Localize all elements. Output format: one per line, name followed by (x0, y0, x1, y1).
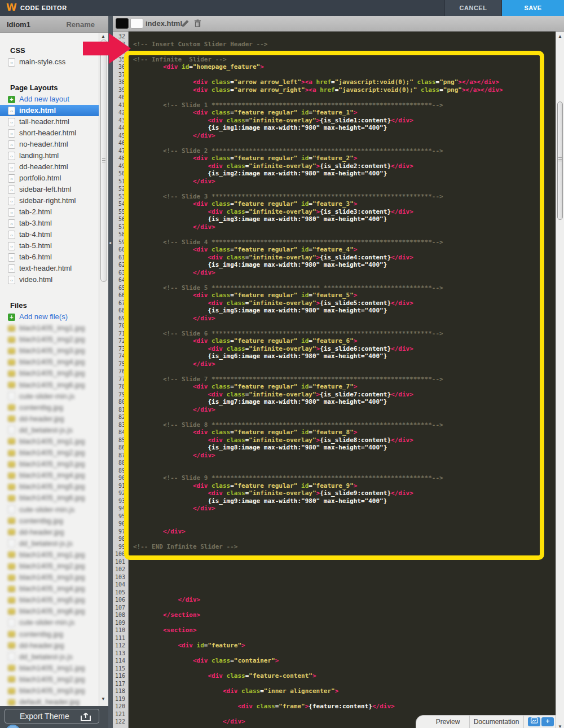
css-file-item[interactable]: ‹›main-style.css (0, 56, 99, 68)
code-line: 102 (113, 566, 556, 573)
code-editor-area[interactable]: 3233<!-- Insert Custom Slider Header -->… (113, 32, 556, 728)
export-theme-button[interactable]: Export Theme (5, 709, 99, 723)
jpg-file-icon (8, 348, 15, 354)
asset-file-item[interactable]: blach1405_img6.jpg (0, 379, 99, 390)
layout-item[interactable]: ‹›tab-6.html (0, 252, 99, 263)
tab-documentation[interactable]: Documentation (469, 716, 524, 728)
code-line: 67 <div class="infinite-overlay">{is_sli… (113, 299, 556, 307)
asset-file-item[interactable]: blach1405_img5.jpg (0, 368, 99, 379)
asset-file-item[interactable]: blach1405_img3.jpg (0, 458, 99, 470)
asset-file-item[interactable]: contentbg.jpg (0, 629, 99, 640)
jpg-file-icon (8, 575, 15, 581)
image-window-icon (531, 717, 538, 723)
asset-file-item[interactable]: ‹›dd_betatest-js.js (0, 425, 99, 436)
layout-item[interactable]: ‹›tab-4.html (0, 229, 99, 240)
layout-item[interactable]: ‹›landing.html (0, 150, 99, 161)
line-number: 110 (113, 626, 129, 634)
edit-filename-icon[interactable] (181, 19, 190, 30)
asset-file-item[interactable]: blach1405_img3.jpg (0, 572, 99, 583)
asset-file-item[interactable]: blach1405_img4.jpg (0, 356, 99, 368)
html-file-icon: ‹› (8, 253, 15, 262)
rename-button[interactable]: Rename (66, 20, 95, 29)
tab-preview[interactable]: Preview (426, 716, 470, 728)
line-number: 65 (113, 284, 129, 292)
scroll-down-icon[interactable]: ▼ (558, 724, 562, 728)
line-number: 119 (113, 695, 129, 703)
asset-file-item[interactable]: blach1405_img1.jpg (0, 436, 99, 447)
asset-file-item[interactable]: blach1405_img4.jpg (0, 470, 99, 481)
asset-file-item[interactable]: blach1405_img1.jpg (0, 549, 99, 561)
layout-list: ‹›index.html‹›tall-header.html‹›short-he… (0, 105, 99, 285)
pane-divider[interactable]: ◂ (108, 16, 113, 728)
asset-file-item[interactable]: ‹›cute-slider-min.js (0, 504, 99, 515)
jpg-file-icon (8, 438, 15, 444)
asset-file-item[interactable]: contentbg.jpg (0, 515, 99, 527)
asset-file-item[interactable]: default_header.jpg (0, 696, 99, 706)
layout-item[interactable]: ‹›sidebar-left.html (0, 184, 99, 195)
asset-file-item-label: blach1405_img4.jpg (19, 356, 85, 368)
add-new-layout-button[interactable]: + Add new layout (0, 94, 99, 105)
scroll-up-icon[interactable]: ▲ (558, 34, 562, 39)
add-panel-button[interactable]: + (541, 717, 554, 726)
asset-file-item[interactable]: blach1405_img2.jpg (0, 674, 99, 685)
layout-item-label: no-header.html (19, 139, 68, 150)
asset-file-item[interactable]: blach1405_img6.jpg (0, 492, 99, 504)
cancel-button[interactable]: CANCEL (444, 0, 502, 16)
code-line: 111 (113, 634, 556, 642)
asset-file-item[interactable]: blach1405_img2.jpg (0, 561, 99, 572)
add-new-files-button[interactable]: + Add new file(s) (0, 311, 99, 323)
asset-file-item[interactable]: blach1405_img5.jpg (0, 481, 99, 492)
layout-item-label: text-header.html (19, 263, 72, 274)
layout-item[interactable]: ‹›no-header.html (0, 139, 99, 150)
files-section-header: Files (0, 300, 99, 311)
asset-file-item[interactable]: blach1405_img2.jpg (0, 447, 99, 458)
asset-file-item[interactable]: blach1405_img4.jpg (0, 583, 99, 594)
layout-item[interactable]: ‹›index.html (0, 105, 99, 116)
asset-file-item[interactable]: contentbg.jpg (0, 402, 99, 413)
save-button[interactable]: SAVE (502, 0, 564, 16)
layout-item[interactable]: ‹›video.html (0, 274, 99, 285)
asset-file-item[interactable]: blach1405_img6.jpg (0, 606, 99, 617)
line-number: 122 (113, 718, 129, 726)
line-number: 86 (113, 444, 129, 452)
layout-item[interactable]: ‹›sidebar-right.html (0, 195, 99, 206)
theme-swatch-white[interactable] (130, 18, 143, 29)
asset-file-item[interactable]: blach1405_img2.jpg (0, 334, 99, 345)
layout-item[interactable]: ‹›tab-3.html (0, 218, 99, 229)
delete-file-icon[interactable] (194, 19, 201, 30)
layout-item[interactable]: ‹›short-header.html (0, 127, 99, 139)
asset-file-item[interactable]: dd-header.jpg (0, 413, 99, 425)
asset-file-item[interactable]: blach1405_img1.jpg (0, 663, 99, 674)
code-line: 108 </section> (113, 611, 556, 619)
layout-item[interactable]: ‹›dd-header.html (0, 161, 99, 173)
asset-file-item[interactable]: blach1405_img3.jpg (0, 345, 99, 356)
asset-file-item[interactable]: blach1405_img5.jpg (0, 594, 99, 606)
line-number: 77 (113, 376, 129, 383)
js-file-icon: ‹› (8, 392, 15, 400)
asset-file-item[interactable]: blach1405_img1.jpg (0, 323, 99, 334)
preview-window-button[interactable] (528, 717, 540, 726)
code-line: 71 <!-- Slide 6 ************************… (113, 330, 556, 338)
asset-file-item[interactable]: ‹›dd_betatest-js.js (0, 538, 99, 549)
layout-item[interactable]: ‹›tab-2.html (0, 206, 99, 218)
code-line: 83 <!-- Slide 8 ************************… (113, 421, 556, 429)
scroll-up-icon[interactable]: ▲ (101, 34, 105, 39)
help-button-partial[interactable] (6, 725, 20, 728)
asset-file-item[interactable]: ‹›cute-slider-min.js (0, 391, 99, 402)
layout-item[interactable]: ‹›tall-header.html (0, 116, 99, 127)
layout-item[interactable]: ‹›tab-5.html (0, 240, 99, 252)
layout-item[interactable]: ‹›text-header.html (0, 263, 99, 274)
editor-scrollbar-thumb[interactable] (557, 102, 563, 220)
scroll-down-icon[interactable]: ▼ (101, 696, 105, 701)
sidebar-scrollbar[interactable]: ▲ ▼ (99, 33, 108, 706)
theme-swatch-black[interactable] (116, 18, 129, 29)
asset-file-item[interactable]: blach1405_img3.jpg (0, 685, 99, 696)
collapse-sidebar-icon[interactable]: ◂ (109, 240, 111, 245)
layout-item[interactable]: ‹›portfolio.html (0, 173, 99, 184)
editor-scrollbar[interactable]: ▲ ▼ (556, 32, 564, 728)
asset-file-item[interactable]: dd-header.jpg (0, 527, 99, 538)
asset-file-item[interactable]: ‹›cute-slider-min.js (0, 617, 99, 628)
asset-file-item[interactable]: dd-header.jpg (0, 640, 99, 651)
sidebar-scrollbar-thumb[interactable] (100, 39, 107, 282)
asset-file-item[interactable]: ‹›dd_betatest-js.js (0, 651, 99, 663)
